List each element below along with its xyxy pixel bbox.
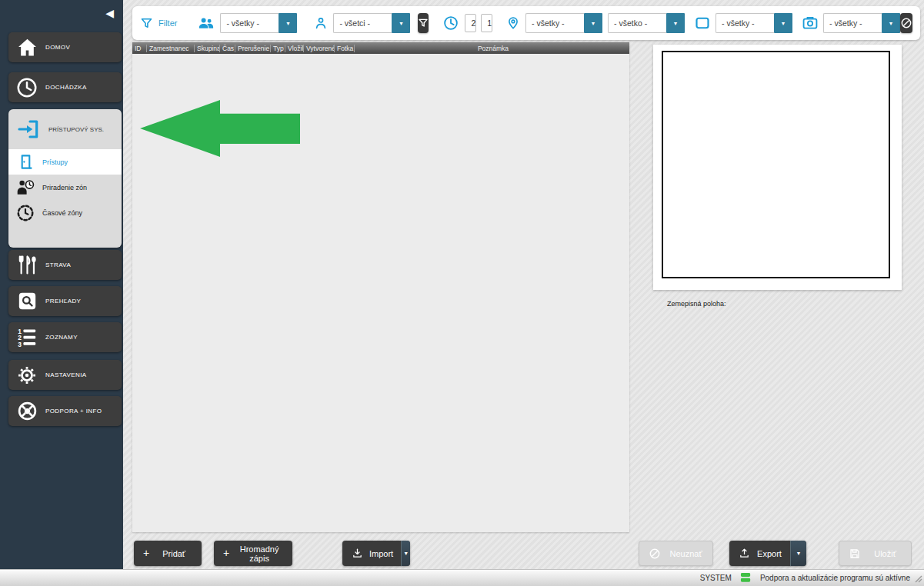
bulk-entry-button[interactable]: + Hromadný zápis [214, 541, 292, 566]
support-status-message: Podpora a aktualizácie programu sú aktív… [760, 574, 910, 582]
status-bar: SYSTEM Podpora a aktualizácie programu s… [0, 569, 924, 586]
date-to-value: 10. 10. 2024 [487, 18, 492, 28]
location-filter-combo: - všetky - ▼ [525, 13, 602, 33]
sidebar-access-panel: PRÍSTUPOVÝ SYS. Prístupy Priradenie zón [8, 109, 122, 248]
magnifier-square-icon [8, 291, 45, 311]
date-to-picker[interactable]: 10. 10. 2024 [481, 14, 492, 32]
numbered-list-icon: 123 [8, 327, 45, 348]
save-floppy-icon [849, 548, 861, 560]
svg-text:3: 3 [18, 341, 22, 348]
plus-icon: + [223, 547, 229, 559]
sidebar-item-label: DOCHÁDZKA [45, 84, 87, 91]
save-button[interactable]: Uložiť [839, 541, 912, 566]
sidebar-item-label: Časové zóny [42, 209, 82, 217]
location-filter-value[interactable]: - všetky - [525, 13, 584, 33]
terminal-filter-combo: - všetky - ▼ [716, 13, 792, 33]
export-dropdown-arrow[interactable]: ▼ [790, 541, 806, 566]
type-filter-combo: - všetko - ▼ [608, 13, 685, 33]
add-button[interactable]: + Pridať [134, 541, 202, 566]
import-button[interactable]: Import ▼ [342, 541, 410, 566]
app-window: ◀ DOMOV DOCHÁDZKA PRÍSTUPOVÝ SY [0, 0, 924, 586]
sidebar-item-label: NASTAVENIA [45, 371, 87, 378]
type-filter-value[interactable]: - všetko - [608, 13, 666, 33]
group-filter-combo: - všetky - ▼ [220, 13, 297, 33]
column-header-id[interactable]: ID [132, 45, 146, 52]
sidebar-item-label: Priradenie zón [42, 184, 87, 191]
import-icon [352, 548, 363, 559]
chevron-down-icon[interactable]: ▼ [279, 13, 297, 33]
sidebar-item-podpora-info[interactable]: PODPORA + INFO [8, 396, 122, 426]
column-header-poznamka[interactable]: Poznámka [354, 45, 629, 52]
sidebar-item-domov[interactable]: DOMOV [8, 32, 122, 62]
terminal-icon [694, 15, 711, 31]
chevron-down-icon[interactable]: ▼ [882, 13, 900, 33]
filter-bar: Filter - všetky - ▼ - všetci - ▼ [132, 6, 920, 40]
sidebar-item-dochadzka[interactable]: DOCHÁDZKA [8, 72, 122, 102]
sidebar-item-priradenie-zon[interactable]: Priradenie zón [8, 175, 122, 200]
clock-icon [8, 76, 45, 99]
sidebar-item-strava[interactable]: STRAVA [8, 250, 122, 280]
chevron-down-icon[interactable]: ▼ [584, 13, 602, 33]
column-header-fotka[interactable]: Fotka [334, 45, 354, 52]
system-label: SYSTEM [700, 574, 732, 582]
geo-location-label: Zemepisná poloha: [667, 300, 726, 308]
photo-filter-combo: - všetky - ▼ [823, 13, 900, 33]
photo-card [653, 45, 902, 290]
main-area: Filter - všetky - ▼ - všetci - ▼ [123, 0, 924, 569]
time-clock-icon [442, 15, 459, 32]
add-button-label: Pridať [154, 549, 194, 558]
column-header-zamestnanec[interactable]: Zamestnanec [146, 45, 194, 52]
sidebar-item-pristupovy-sys[interactable]: PRÍSTUPOVÝ SYS. [8, 109, 122, 149]
gear-icon [8, 364, 45, 387]
sidebar-item-label: STRAVA [45, 261, 71, 268]
group-filter-value[interactable]: - všetky - [220, 13, 279, 33]
date-from-picker[interactable]: 2. 9. 2024 [465, 14, 476, 32]
reject-button-label: Neuznať [667, 549, 705, 558]
sidebar-item-label: PRÍSTUPOVÝ SYS. [48, 126, 104, 133]
cancel-circle-icon [649, 548, 661, 560]
reject-button[interactable]: Neuznať [639, 541, 713, 566]
sidebar-item-nastavenia[interactable]: NASTAVENIA [8, 360, 122, 390]
location-pin-icon [506, 15, 520, 31]
apply-filter-button[interactable] [418, 13, 429, 33]
column-header-cas[interactable]: Čas [219, 45, 235, 52]
filter-label: Filter [158, 18, 177, 28]
photo-filter-value[interactable]: - všetky - [823, 13, 882, 33]
person-filter-value[interactable]: - všetci - [333, 13, 392, 33]
sidebar-item-zoznamy[interactable]: 123 ZOZNAMY [8, 322, 122, 352]
export-button-label: Export [756, 549, 782, 558]
sidebar-collapse-button[interactable]: ◀ [105, 8, 114, 18]
resize-grip[interactable] [914, 574, 922, 584]
terminal-filter-value[interactable]: - všetky - [716, 13, 774, 33]
chevron-down-icon[interactable]: ▼ [392, 13, 410, 33]
group-icon [197, 15, 215, 32]
dashed-clock-icon [8, 203, 42, 223]
column-header-typ[interactable]: Typ [270, 45, 285, 52]
access-system-icon [8, 117, 48, 142]
person-icon [314, 16, 328, 30]
import-button-label: Import [369, 549, 393, 558]
chevron-down-icon[interactable]: ▼ [666, 13, 685, 33]
support-wheel-icon [8, 400, 45, 422]
photo-placeholder [662, 51, 890, 278]
save-button-label: Uložiť [867, 549, 903, 558]
column-header-vlozil[interactable]: Vložil [285, 45, 303, 52]
export-button[interactable]: Export ▼ [729, 541, 806, 566]
import-dropdown-arrow[interactable]: ▼ [401, 541, 410, 566]
person-clock-icon [8, 178, 42, 198]
sidebar-item-pristupy[interactable]: Prístupy [8, 149, 122, 175]
column-header-vytvorene[interactable]: Vytvorené [303, 45, 334, 52]
sidebar-item-prehlady[interactable]: PREHĽADY [8, 286, 122, 316]
bulk-entry-button-label: Hromadný zápis [234, 544, 285, 563]
export-icon [739, 548, 750, 559]
column-header-prerusenie[interactable]: Prerušenie [235, 45, 270, 52]
filter-funnel-icon [140, 17, 153, 30]
clear-filter-button[interactable] [900, 13, 912, 33]
chevron-down-icon[interactable]: ▼ [774, 13, 792, 33]
home-icon [8, 36, 45, 58]
plus-icon: + [143, 547, 149, 559]
sidebar-item-casove-zony[interactable]: Časové zóny [8, 200, 122, 225]
support-status-icon [740, 572, 752, 584]
sidebar-item-label: ZOZNAMY [45, 334, 78, 341]
column-header-skupina[interactable]: Skupina [194, 45, 219, 52]
